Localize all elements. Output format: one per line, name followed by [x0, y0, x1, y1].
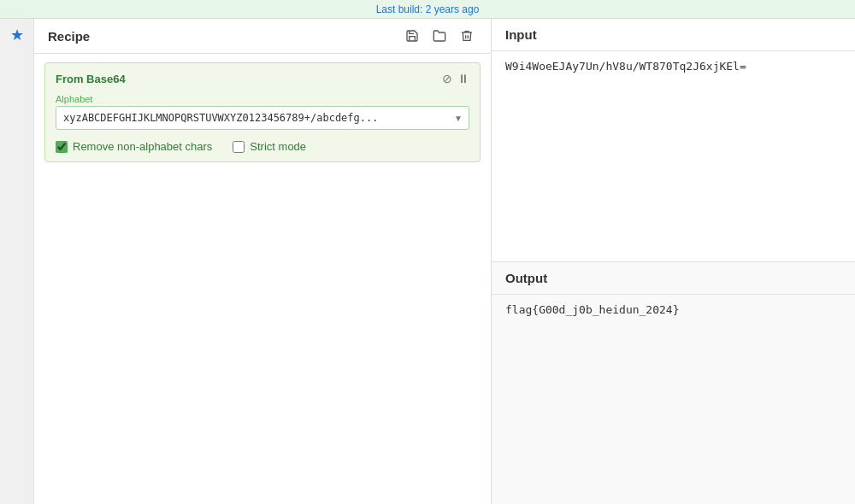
- remove-non-alpha-checkbox[interactable]: [56, 141, 68, 153]
- card-title: From Base64: [56, 73, 126, 85]
- star-icon[interactable]: ★: [10, 26, 24, 44]
- output-header: Output: [492, 262, 855, 295]
- strict-mode-checkbox[interactable]: [233, 141, 245, 153]
- delete-button[interactable]: [457, 27, 477, 44]
- alphabet-select-wrapper: xyzABCDEFGHIJKLMNOPQRSTUVWXYZ0123456789+…: [56, 106, 469, 130]
- input-header: Input: [492, 19, 855, 51]
- last-build-link[interactable]: Last build: 2 years ago: [376, 3, 480, 15]
- main-layout: ★ Recipe: [0, 19, 855, 504]
- recipe-header: Recipe: [34, 19, 491, 54]
- remove-non-alpha-checkbox-item[interactable]: Remove non-alphabet chars: [56, 140, 212, 153]
- recipe-actions: [402, 27, 477, 44]
- left-panel-body: [34, 171, 491, 504]
- checkbox-row: Remove non-alphabet chars Strict mode: [56, 140, 469, 153]
- right-panel: Input W9i4WoeEJAy7Un/hV8u/WT870Tq2J6xjKE…: [492, 19, 855, 504]
- left-panel: Recipe: [34, 19, 492, 504]
- input-section: Input W9i4WoeEJAy7Un/hV8u/WT870Tq2J6xjKE…: [492, 19, 855, 262]
- recipe-title: Recipe: [48, 29, 90, 44]
- remove-non-alpha-label: Remove non-alphabet chars: [73, 140, 212, 153]
- alphabet-field: Alphabet xyzABCDEFGHIJKLMNOPQRSTUVWXYZ01…: [56, 94, 469, 130]
- alphabet-label: Alphabet: [56, 94, 469, 104]
- from-base64-card: From Base64 ⊘ ⏸ Alphabet xyzABCDEFGHIJKL…: [44, 62, 481, 162]
- top-bar: Last build: 2 years ago: [0, 0, 855, 19]
- disable-button[interactable]: ⊘: [442, 72, 452, 85]
- pause-button[interactable]: ⏸: [457, 72, 469, 85]
- save-button[interactable]: [402, 27, 422, 44]
- sidebar-strip: ★: [0, 19, 34, 504]
- input-content: W9i4WoeEJAy7Un/hV8u/WT870Tq2J6xjKEl=: [492, 51, 855, 261]
- strict-mode-label: Strict mode: [250, 140, 306, 153]
- content-area: Recipe: [34, 19, 855, 504]
- output-content: flag{G00d_j0b_heidun_2024}: [492, 295, 855, 505]
- output-section: Output flag{G00d_j0b_heidun_2024}: [492, 262, 855, 505]
- strict-mode-checkbox-item[interactable]: Strict mode: [233, 140, 306, 153]
- alphabet-select[interactable]: xyzABCDEFGHIJKLMNOPQRSTUVWXYZ0123456789+…: [56, 106, 469, 130]
- card-header: From Base64 ⊘ ⏸: [56, 72, 469, 85]
- folder-button[interactable]: [429, 27, 450, 44]
- card-controls: ⊘ ⏸: [442, 72, 469, 85]
